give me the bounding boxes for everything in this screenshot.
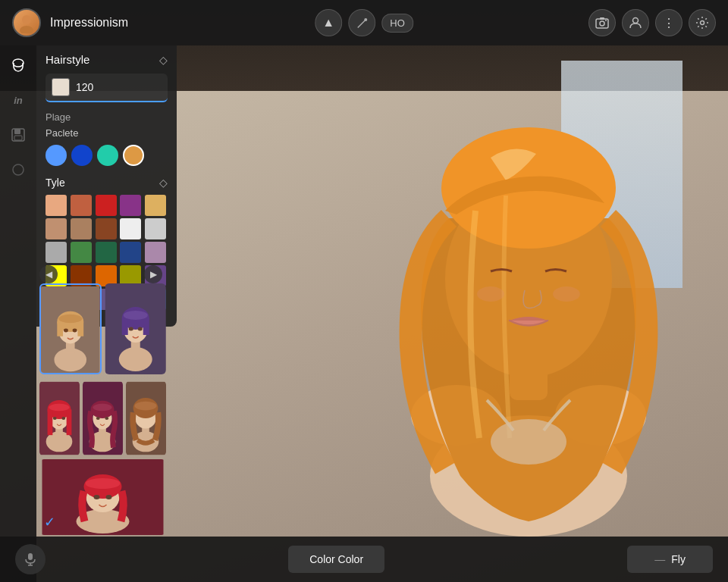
header: Impressionism ▲ HO ⋮ [0, 0, 728, 45]
diamond-icon: ◇ [159, 54, 168, 66]
svg-rect-11 [14, 129, 20, 134]
color-swatch-2[interactable] [96, 195, 117, 216]
color-swatch-1[interactable] [71, 195, 92, 216]
character-figure [339, 21, 718, 537]
svg-point-63 [86, 478, 121, 489]
color-swatch-0[interactable] [46, 195, 67, 216]
main-content: Hairstyle ◇ 120 Plage Paclete Tyle ◇ ◀ [36, 45, 728, 582]
panel-title: Hairstyle [46, 53, 89, 66]
svg-point-42 [53, 417, 57, 420]
tyle-title: Tyle [46, 177, 65, 189]
ho-label[interactable]: HO [381, 14, 413, 33]
svg-rect-20 [77, 321, 83, 336]
svg-rect-39 [48, 409, 53, 435]
color-swatch-4[interactable] [145, 195, 166, 216]
color-swatch-9[interactable] [145, 218, 166, 239]
person-btn[interactable] [622, 9, 649, 36]
svg-point-64 [94, 495, 100, 499]
settings-btn[interactable] [689, 9, 716, 36]
svg-rect-40 [67, 409, 72, 435]
fly-btn-label: Fly [671, 553, 686, 565]
svg-rect-54 [142, 427, 149, 437]
svg-point-32 [128, 327, 133, 331]
color-swatch-11[interactable] [71, 242, 92, 263]
svg-point-23 [73, 329, 77, 333]
svg-point-22 [64, 329, 68, 333]
svg-point-1 [20, 26, 33, 33]
palette-dot-blue-light[interactable] [46, 145, 67, 166]
mic-btn[interactable] [15, 544, 46, 574]
svg-point-13 [13, 164, 24, 175]
svg-rect-5 [600, 17, 604, 20]
thumb-item-1[interactable] [39, 283, 102, 374]
svg-rect-30 [143, 318, 149, 335]
fly-btn[interactable]: Fly [627, 546, 713, 573]
color-swatch-14[interactable] [145, 242, 166, 263]
header-right-controls: ⋮ [588, 9, 716, 36]
save-nav-icon[interactable] [6, 123, 30, 147]
hairstyle-nav-icon[interactable] [6, 53, 30, 77]
svg-point-2 [364, 18, 367, 21]
layers-nav-icon[interactable]: in [6, 88, 30, 112]
up-arrow-btn[interactable]: ▲ [315, 9, 342, 36]
character-area [177, 45, 728, 537]
svg-point-43 [61, 417, 65, 420]
svg-point-49 [93, 404, 111, 411]
color-swatch-12[interactable] [96, 242, 117, 263]
svg-rect-12 [14, 136, 22, 140]
preview-number: 120 [76, 81, 93, 93]
svg-point-73 [553, 286, 580, 302]
color-swatch-5[interactable] [46, 218, 67, 239]
more-btn[interactable]: ⋮ [655, 9, 682, 36]
circle-nav-icon[interactable] [6, 158, 30, 182]
color-color-btn[interactable]: Color Color [288, 546, 384, 573]
thumbnail-grid: ✓ [36, 280, 169, 538]
svg-point-74 [491, 419, 566, 465]
svg-point-50 [96, 417, 100, 420]
svg-rect-19 [57, 321, 63, 336]
svg-point-7 [633, 18, 639, 23]
thumb-item-4[interactable] [83, 380, 123, 456]
svg-point-33 [137, 327, 142, 331]
palette-dot-teal[interactable] [97, 145, 118, 166]
checkmark: ✓ [44, 514, 55, 530]
svg-point-41 [49, 404, 70, 411]
thumb-item-6[interactable]: ✓ [39, 459, 166, 535]
left-sidebar: in [0, 45, 36, 582]
svg-point-6 [605, 20, 607, 21]
color-swatch-7[interactable] [96, 218, 117, 239]
preview-swatch [52, 78, 70, 96]
palette-dot-orange[interactable] [123, 145, 144, 166]
svg-point-57 [135, 402, 157, 411]
palette-colors [46, 145, 168, 166]
header-center-controls: ▲ HO [315, 9, 413, 36]
color-swatch-8[interactable] [120, 218, 141, 239]
svg-point-31 [123, 311, 147, 320]
thumb-item-5[interactable] [126, 380, 166, 456]
svg-point-72 [477, 286, 504, 302]
page-label: Plage [46, 111, 168, 123]
svg-rect-29 [121, 318, 127, 335]
tyle-header: Tyle ◇ [46, 177, 168, 189]
avatar[interactable] [12, 8, 41, 37]
color-swatch-10[interactable] [46, 242, 67, 263]
thumb-item-3[interactable] [39, 380, 80, 456]
palette-label: Paclete [46, 127, 168, 139]
camera-btn[interactable] [588, 9, 616, 36]
bottom-bar: Color Color Fly [0, 537, 728, 582]
svg-point-51 [105, 417, 108, 420]
svg-point-65 [106, 495, 112, 499]
tyle-diamond-icon: ◇ [159, 177, 168, 189]
thumb-item-2[interactable] [105, 283, 167, 374]
color-swatch-6[interactable] [71, 218, 92, 239]
svg-rect-75 [28, 553, 33, 560]
edit-btn[interactable] [348, 9, 375, 36]
svg-point-8 [701, 21, 704, 25]
palette-dot-blue-dark[interactable] [71, 145, 93, 166]
svg-point-9 [13, 59, 24, 67]
svg-point-4 [600, 21, 604, 26]
panel-header: Hairstyle ◇ [46, 53, 168, 66]
selected-preview[interactable]: 120 [46, 74, 168, 102]
color-swatch-3[interactable] [120, 195, 141, 216]
color-swatch-13[interactable] [120, 242, 141, 263]
